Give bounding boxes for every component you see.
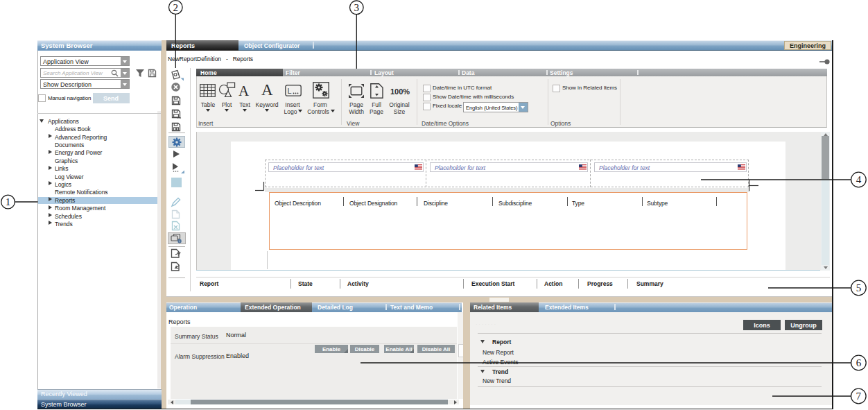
svg-text:7: 7 <box>856 391 862 402</box>
svg-text:1: 1 <box>6 196 11 207</box>
svg-text:5: 5 <box>856 282 862 293</box>
svg-text:2: 2 <box>173 2 179 13</box>
svg-text:4: 4 <box>856 174 862 185</box>
svg-text:6: 6 <box>856 357 862 368</box>
svg-text:3: 3 <box>354 2 360 13</box>
svg-text:L: L <box>288 87 292 95</box>
